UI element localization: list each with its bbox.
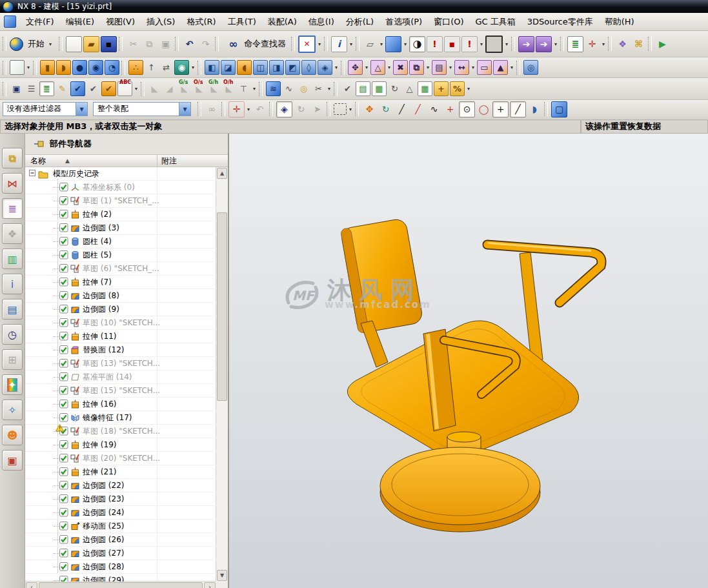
horizontal-scrollbar[interactable]: ‹ › [25,581,216,588]
tree-item[interactable]: 边倒圆 (8) [25,289,216,303]
tree-item[interactable]: 基准坐标系 (0) [25,181,216,194]
graphics-viewport[interactable]: MF 沐风网 www.mfcad.com [229,134,708,588]
expand-collapse-icon[interactable] [29,169,35,178]
info-tip-button[interactable]: i [331,36,347,52]
note-tag-button[interactable]: ✎ [56,82,69,96]
feature-checkbox[interactable] [59,549,69,558]
feature-checkbox[interactable] [59,454,69,463]
touch-window-button[interactable]: ✕ [298,35,316,53]
measure-button[interactable]: ⊤ [237,82,250,96]
show-hide-button[interactable]: ! [427,36,443,52]
clip-section-button[interactable]: ▢ [551,101,567,117]
feature-checkbox[interactable] [59,440,69,449]
selection-scope-dropdown[interactable]: 整个装配 ▼ [93,102,191,116]
redo-button[interactable]: ↷ [198,37,213,52]
feature-checkbox[interactable] [59,291,69,300]
tree-item[interactable]: 草图 (15) "SKETCH... [25,384,216,398]
synchronous-resize-face-button-dropdown-icon[interactable]: ▾ [470,65,476,70]
tree-item[interactable]: 拉伸 (11) [25,330,216,343]
background-button[interactable] [485,35,503,53]
synchronous-pull-face-button[interactable]: △ [370,60,385,75]
synchronous-move-face-button[interactable]: ✥ [348,60,363,75]
tree-item[interactable]: 边倒圆 (28) [25,560,216,574]
synchronous-resize-face-button[interactable]: ↔ [454,60,469,75]
spring-tool-button[interactable]: ∿ [282,82,296,96]
visualization-button[interactable]: ✦ [2,374,23,395]
feature-checkbox[interactable] [59,413,69,422]
examine-geometry-button[interactable]: ✔ [70,81,85,96]
toolbar-grip-handle[interactable] [544,102,548,116]
replay-button[interactable]: ▶ [655,37,670,52]
sheet-body-button[interactable]: ◪ [221,60,236,75]
snap-intersection-button[interactable]: + [443,102,458,117]
toolbar-grip-handle[interactable] [3,82,6,96]
column-header-note[interactable]: 附注 [157,155,228,167]
move-component-button[interactable]: ⇄ [159,61,173,74]
tree-item[interactable]: 拉伸 (2) [25,208,216,221]
command-finder-button[interactable]: ∞命令查找器 [221,35,290,53]
tree-item[interactable]: 边倒圆 (24) [25,506,216,520]
cut-spring-button-dropdown-icon[interactable]: ▾ [326,86,332,92]
toolbar-grip-handle[interactable] [269,102,273,116]
feature-checkbox[interactable] [59,237,69,246]
synchronous-optimize-face-button-dropdown-icon[interactable]: ▾ [509,65,515,70]
snap-existing-point-button[interactable]: + [492,101,509,117]
chair-base[interactable] [380,447,540,532]
tree-item[interactable]: 移动面 (25) [25,520,216,533]
synchronous-pull-face-button-dropdown-icon[interactable]: ▾ [386,65,392,70]
tree-item[interactable]: 拉伸 (19) [25,438,216,452]
synchronous-move-face-button-dropdown-icon[interactable]: ▾ [363,65,370,70]
feature-checkbox[interactable] [59,400,69,409]
background-button-dropdown-icon[interactable]: ▾ [503,41,510,47]
scroll-right-icon[interactable]: › [204,582,216,588]
dome-button-dropdown-icon[interactable]: ▾ [333,65,339,70]
selection-filter-dropdown[interactable]: 没有选择过滤器 ▼ [3,102,88,116]
snap-move-button[interactable]: ✥ [362,102,377,117]
ring-tool-button[interactable]: ◎ [297,82,310,96]
find-component-button[interactable]: ∞ [205,102,219,117]
patch-button[interactable]: ◨ [269,60,284,75]
toolbar-grip-handle[interactable] [141,82,145,96]
annotation-button[interactable]: ABC [117,81,132,96]
web-browser-button[interactable]: ▤ [2,299,23,319]
tree-item[interactable]: 圆柱 (4) [25,235,216,248]
copy-to-layer-button-dropdown-icon[interactable]: ▾ [552,41,559,47]
feature-checkbox[interactable] [59,345,69,354]
snapshot-button[interactable]: ❖ [615,37,630,52]
info-tip-button-dropdown-icon[interactable]: ▾ [348,41,354,47]
show-expression-button[interactable]: ▪ [444,36,460,52]
synchronous-copy-face-button-dropdown-icon[interactable]: ▾ [425,65,431,70]
part-navigator-button[interactable]: ≣ [2,198,23,219]
synchronous-pattern-face-button[interactable]: ▤ [432,60,447,75]
extrude-button[interactable]: ▮ [40,60,55,75]
snap-quadrant-button[interactable]: ◯ [476,102,491,117]
tree-item[interactable]: 替换面 (12) [25,343,216,357]
nx-app-icon[interactable] [10,37,23,51]
tree-item[interactable]: 边倒圆 (22) [25,479,216,492]
toolbar-grip-handle[interactable] [648,37,652,51]
triangle-tolerance-button[interactable]: △ [403,82,416,96]
snap-point-button[interactable]: ✛ [228,101,245,117]
snap-rotate-button[interactable]: ↻ [378,102,393,117]
feature-checkbox[interactable] [59,196,69,205]
reuse-library-button[interactable]: ❖ [2,223,23,244]
tree-item[interactable]: 草图 (6) "SKETCH_... [25,262,216,276]
menu-item-2[interactable]: 编辑(E) [60,14,100,30]
chair-model[interactable] [229,134,708,588]
snap-end-point-button[interactable]: ╱ [394,102,409,117]
pattern-feature-button[interactable]: ∴ [128,60,143,75]
toolbar-grip-handle[interactable] [516,61,520,75]
toolbar-grip-handle[interactable] [511,37,515,51]
rendering-style-button[interactable]: ◑ [409,36,425,52]
feature-checkbox[interactable] [59,332,69,341]
save-button[interactable]: ▪ [101,36,117,52]
datum-plane-button[interactable]: ↑ [145,61,158,74]
check-mate-button[interactable]: ✔ [101,81,116,96]
bend-button[interactable]: ◖ [237,60,252,75]
display-mode-button[interactable]: ▱ [363,37,378,52]
points-folder-button[interactable]: + [434,81,449,96]
internet-info-button[interactable]: i [2,274,23,294]
snap-point-button-dropdown-icon[interactable]: ▾ [245,106,252,112]
feature-checkbox[interactable] [59,562,69,571]
tree-item[interactable]: 镜像特征 (17) [25,411,216,425]
